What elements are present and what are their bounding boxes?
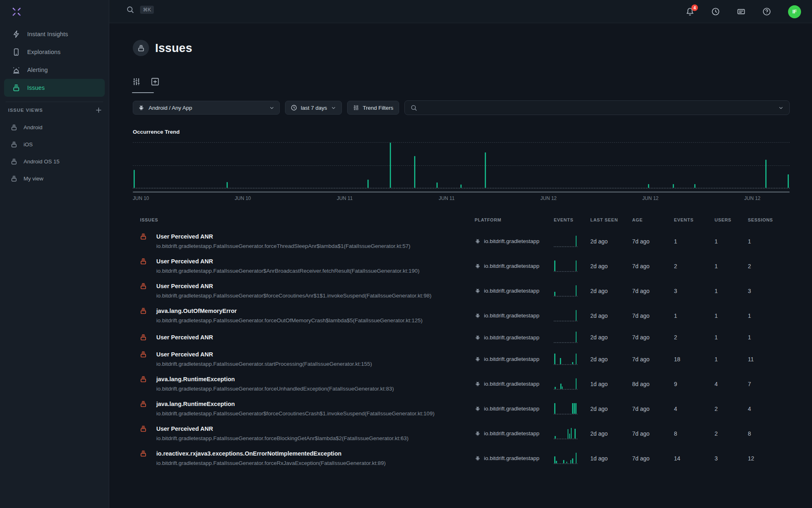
issue-title: java.lang.RuntimeException xyxy=(156,375,475,383)
users-value: 3 xyxy=(715,455,748,462)
sidebar-item-explorations[interactable]: Explorations xyxy=(4,43,105,61)
column-header-platform[interactable]: PLATFORM xyxy=(475,217,554,222)
column-header-sessions[interactable]: SESSIONS xyxy=(748,217,790,222)
column-header-users[interactable]: USERS xyxy=(715,217,748,222)
android-icon xyxy=(475,288,481,294)
sidebar-item-instant-insights[interactable]: Instant Insights xyxy=(4,25,105,43)
issue-title: User Perceived ANR xyxy=(156,257,475,265)
shortcuts-button[interactable] xyxy=(737,7,745,16)
time-range-value: last 7 days xyxy=(301,105,327,111)
issue-row[interactable]: User Perceived ANR io.bitdrift.gradletes… xyxy=(133,347,790,371)
sparkline-bar xyxy=(555,436,556,439)
phone-icon xyxy=(12,48,20,56)
issues-table-header: ISSUESPLATFORMEVENTSLAST SEENAGEEVENTSUS… xyxy=(133,217,790,222)
issue-cell: io.reactivex.rxjava3.exceptions.OnErrorN… xyxy=(133,449,475,467)
tray-icon xyxy=(11,158,17,165)
add-view-button[interactable] xyxy=(95,106,102,114)
help-button[interactable] xyxy=(762,7,771,16)
last-seen-value: 2d ago xyxy=(590,263,632,269)
events-sparkline xyxy=(554,236,577,247)
issue-cell: User Perceived ANR xyxy=(133,333,475,341)
issue-cell: User Perceived ANR io.bitdrift.gradletes… xyxy=(133,425,475,442)
x-axis-label: JUN 12 xyxy=(540,195,557,201)
platform-cell: io.bitdrift.gradletestapp xyxy=(475,455,554,461)
events-value: 14 xyxy=(674,455,715,462)
column-header-issues[interactable]: ISSUES xyxy=(133,217,475,222)
clock-icon xyxy=(711,7,720,16)
time-range-button[interactable]: last 7 days xyxy=(285,101,342,115)
issue-row[interactable]: java.lang.RuntimeException io.bitdrift.g… xyxy=(133,371,790,396)
platform-name: io.bitdrift.gradletestapp xyxy=(484,238,540,244)
issue-view-my-view[interactable]: My view xyxy=(0,170,109,187)
sparkline-bar xyxy=(554,261,555,271)
last-seen-value: 2d ago xyxy=(590,334,632,341)
issue-cell: java.lang.OutOfMemoryError io.bitdrift.g… xyxy=(133,307,475,324)
issue-row[interactable]: java.lang.OutOfMemoryError io.bitdrift.g… xyxy=(133,303,790,328)
history-button[interactable] xyxy=(711,7,720,16)
issue-row[interactable]: io.reactivex.rxjava3.exceptions.OnErrorN… xyxy=(133,446,790,471)
issue-view-ios[interactable]: iOS xyxy=(0,136,109,153)
chart-bar xyxy=(390,143,391,188)
sparkline-bar xyxy=(576,332,577,342)
trend-filters-button[interactable]: Trend Filters xyxy=(347,101,399,115)
platform-name: io.bitdrift.gradletestapp xyxy=(484,455,540,461)
users-value: 1 xyxy=(715,313,748,319)
events-value: 4 xyxy=(674,406,715,412)
column-header-age[interactable]: AGE xyxy=(632,217,674,222)
issue-view-android-os-15[interactable]: Android OS 15 xyxy=(0,153,109,170)
sessions-value: 3 xyxy=(748,288,790,294)
bitdrift-logo-icon[interactable] xyxy=(11,6,23,18)
tray-icon xyxy=(12,84,20,92)
issue-location: io.bitdrift.gradletestapp.FatalIssueGene… xyxy=(156,292,475,300)
app-selector-dropdown[interactable]: Android / Any App xyxy=(133,101,280,115)
trend-filters-tab-icon[interactable] xyxy=(132,77,141,86)
x-axis-label: JUN 11 xyxy=(438,195,454,201)
issue-tray-icon xyxy=(140,334,147,341)
chart-bar xyxy=(648,184,649,188)
issue-location: io.bitdrift.gradletestapp.FatalIssueGene… xyxy=(156,243,475,250)
last-seen-value: 2d ago xyxy=(590,238,632,245)
issue-row[interactable]: User Perceived ANR io.bitdrift.gradletes… xyxy=(133,278,790,303)
platform-cell: io.bitdrift.gradletestapp xyxy=(475,334,554,341)
chart-bar xyxy=(694,184,695,188)
add-tab-button[interactable] xyxy=(151,77,160,86)
age-value: 7d ago xyxy=(632,406,674,412)
sparkline-bar xyxy=(554,292,555,295)
age-value: 7d ago xyxy=(632,455,674,462)
issue-title: User Perceived ANR xyxy=(156,425,475,433)
platform-name: io.bitdrift.gradletestapp xyxy=(484,356,540,362)
issues-search-input[interactable] xyxy=(421,105,774,111)
platform-cell: io.bitdrift.gradletestapp xyxy=(475,356,554,362)
user-avatar[interactable]: IF xyxy=(788,5,801,18)
last-seen-value: 2d ago xyxy=(590,406,632,412)
age-value: 7d ago xyxy=(632,334,674,341)
users-value: 4 xyxy=(715,381,748,387)
issue-cell: java.lang.RuntimeException io.bitdrift.g… xyxy=(133,400,475,417)
platform-name: io.bitdrift.gradletestapp xyxy=(484,381,540,387)
sidebar-item-alerting[interactable]: Alerting xyxy=(4,61,105,79)
sidebar-item-issues[interactable]: Issues xyxy=(4,79,105,97)
android-icon xyxy=(475,313,481,319)
platform-name: io.bitdrift.gradletestapp xyxy=(484,263,540,269)
issue-row[interactable]: java.lang.RuntimeException io.bitdrift.g… xyxy=(133,396,790,421)
android-icon xyxy=(475,406,481,412)
issue-view-android[interactable]: Android xyxy=(0,119,109,136)
issue-row[interactable]: User Perceived ANR io.bitdrift.gradletes… xyxy=(133,229,790,254)
chart-bar xyxy=(134,170,135,188)
column-header-events[interactable]: EVENTS xyxy=(554,217,590,222)
issue-tray-icon xyxy=(140,258,147,265)
column-header-last-seen[interactable]: LAST SEEN xyxy=(590,217,632,222)
issues-search-box[interactable] xyxy=(404,100,790,115)
global-search-button[interactable]: ⌘K xyxy=(126,6,154,14)
column-header-events-count[interactable]: EVENTS xyxy=(674,217,715,222)
issue-row[interactable]: User Perceived ANR io.bitdrift.gradletes… xyxy=(133,254,790,278)
notifications-button[interactable]: 4 xyxy=(686,7,694,16)
sessions-value: 11 xyxy=(748,356,790,363)
issue-row[interactable]: User Perceived ANR io.bitdrift.gradletes… xyxy=(133,421,790,446)
topbar-actions: 4 IF xyxy=(686,0,801,23)
events-value: 8 xyxy=(674,430,715,437)
users-value: 2 xyxy=(715,430,748,437)
active-tab-indicator xyxy=(132,92,154,93)
issue-row[interactable]: User Perceived ANR io.bitdrift.gradletes… xyxy=(133,328,790,347)
chevron-down-icon xyxy=(331,105,336,111)
